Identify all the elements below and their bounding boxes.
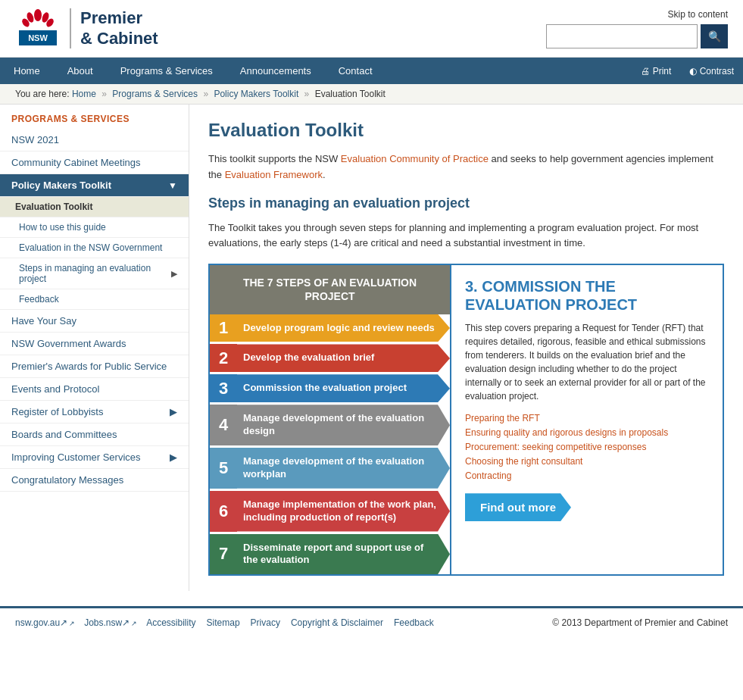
breadcrumb-toolkit[interactable]: Policy Makers Toolkit [214,89,298,99]
step-label-6: Manage implementation of the work plan, … [237,491,450,532]
nav-announcements[interactable]: Announcements [226,58,325,84]
sidebar-item-community-cabinet[interactable]: Community Cabinet Meetings [0,152,189,174]
contracting-link[interactable]: Contracting [465,470,511,481]
nav-contact[interactable]: Contact [325,58,386,84]
list-item: Choosing the right consultant [465,455,709,467]
step-row-1[interactable]: 1 Develop program logic and review needs [210,314,450,345]
footer-link-feedback[interactable]: Feedback [394,617,435,628]
breadcrumb: You are here: Home » Programs & Services… [0,84,743,105]
footer-link-copyright[interactable]: Copyright & Disclaimer [291,617,385,628]
nav-programs-services[interactable]: Programs & Services [107,58,226,84]
sidebar-item-customer-services[interactable]: Improving Customer Services ▶ [0,446,189,469]
main-nav: Home About Programs & Services Announcem… [0,58,743,84]
list-item: Contracting [465,470,709,481]
sidebar-item-feedback[interactable]: Feedback [0,289,189,310]
breadcrumb-home[interactable]: Home [72,89,96,99]
step-number-6: 6 [210,491,237,532]
sidebar-item-premiers-awards[interactable]: Premier's Awards for Public Service [0,355,189,378]
panel-title: 3. COMMISSION THE EVALUATION PROJECT [465,277,709,314]
panel-description: This step covers preparing a Request for… [465,321,709,403]
sidebar-item-evaluation-nsw[interactable]: Evaluation in the NSW Government [0,238,189,258]
step-number-3: 3 [210,374,237,402]
chevron-right-icon-customer: ▶ [170,452,177,463]
step-number-1: 1 [210,314,237,342]
sidebar-item-nsw2021[interactable]: NSW 2021 [0,129,189,152]
nav-home[interactable]: Home [0,58,54,84]
evaluation-framework-link[interactable]: Evaluation Framework [225,169,323,180]
steps-diagram-header: THE 7 STEPS OF AN EVALUATION PROJECT [210,265,450,314]
nsw-logo: NSW GOVERNMENT [15,8,61,49]
step-label-4: Manage development of the evaluation des… [237,405,450,445]
step-label-2: Develop the evaluation brief [237,344,450,372]
sidebar-item-lobbyists[interactable]: Register of Lobbyists ▶ [0,401,189,423]
step-number-2: 2 [210,344,237,372]
page-title: Evaluation Toolkit [208,120,724,141]
contrast-button[interactable]: ◐ Contrast [680,58,743,84]
chevron-down-icon: ▼ [168,180,177,191]
intro-text: This toolkit supports the NSW Evaluation… [208,152,724,183]
sidebar-item-events[interactable]: Events and Protocol [0,378,189,401]
main-layout: PROGRAMS & SERVICES NSW 2021 Community C… [0,105,743,591]
search-input[interactable] [546,24,698,48]
evaluation-community-link[interactable]: Evaluation Community of Practice [341,153,489,164]
sidebar-item-boards[interactable]: Boards and Committees [0,423,189,446]
step-label-1: Develop program logic and review needs [237,314,450,342]
rft-link[interactable]: Preparing the RFT [465,413,540,423]
site-header: NSW GOVERNMENT Premier& Cabinet Skip to … [0,0,743,58]
sidebar-item-nsw-awards[interactable]: NSW Government Awards [0,333,189,355]
chevron-right-icon: ▶ [171,269,177,279]
footer-link-accessibility[interactable]: Accessibility [146,617,197,628]
sidebar-item-steps[interactable]: Steps in managing an evaluation project … [0,258,189,289]
search-area: 🔍 [546,24,728,48]
list-item: Ensuring quality and rigorous designs in… [465,427,709,438]
find-out-more-button[interactable]: Find out more [465,493,571,521]
step-label-7: Disseminate report and support use of th… [237,534,450,575]
panel-links: Preparing the RFT Ensuring quality and r… [465,412,709,481]
sidebar-item-congratulatory[interactable]: Congratulatory Messages [0,469,189,492]
find-out-more-container: Find out more [465,493,709,521]
procurement-link[interactable]: Procurement: seeking competitive respons… [465,442,646,452]
list-item: Procurement: seeking competitive respons… [465,441,709,452]
steps-section-title: Steps in managing an evaluation project [208,195,724,211]
nav-utilities: 🖨 Print ◐ Contrast [632,58,743,84]
site-footer: nsw.gov.au↗ Jobs.nsw↗ Accessibility Site… [0,606,743,637]
chevron-right-icon-lobbyists: ▶ [170,406,177,417]
svg-point-0 [34,9,42,21]
print-button[interactable]: 🖨 Print [632,58,680,84]
list-item: Preparing the RFT [465,412,709,423]
sidebar-section-title: PROGRAMS & SERVICES [0,105,189,129]
footer-copyright: © 2013 Department of Premier and Cabinet [552,617,728,628]
skip-to-content-link[interactable]: Skip to content [668,9,728,20]
sidebar-item-have-your-say[interactable]: Have Your Say [0,310,189,333]
sidebar-item-steps-label: Steps in managing an evaluation project [19,263,171,284]
sidebar-item-label: Policy Makers Toolkit [11,180,111,191]
step-row-4[interactable]: 4 Manage development of the evaluation d… [210,405,450,448]
step-row-3[interactable]: 3 Commission the evaluation project [210,374,450,405]
footer-link-nsw[interactable]: nsw.gov.au↗ [15,617,75,628]
step-row-2[interactable]: 2 Develop the evaluation brief [210,344,450,374]
breadcrumb-sep-2: » [203,89,208,99]
site-name: Premier& Cabinet [70,8,158,48]
breadcrumb-sep-1: » [101,89,107,99]
breadcrumb-programs[interactable]: Programs & Services [112,89,198,99]
sidebar-item-how-to-use[interactable]: How to use this guide [0,217,189,238]
sidebar-item-evaluation-toolkit[interactable]: Evaluation Toolkit [0,197,189,217]
footer-link-privacy[interactable]: Privacy [251,617,282,628]
step-label-5: Manage development of the evaluation wor… [237,448,450,489]
step-number-7: 7 [210,534,237,575]
footer-link-jobs[interactable]: Jobs.nsw↗ [84,617,137,628]
step-row-6[interactable]: 6 Manage implementation of the work plan… [210,491,450,534]
breadcrumb-prefix: You are here: [15,89,72,99]
sidebar-item-policy-makers[interactable]: Policy Makers Toolkit ▼ [0,174,189,197]
svg-text:NSW: NSW [28,33,48,42]
consultant-link[interactable]: Choosing the right consultant [465,456,582,467]
quality-link[interactable]: Ensuring quality and rigorous designs in… [465,427,668,438]
breadcrumb-sep-3: » [304,89,310,99]
step-row-5[interactable]: 5 Manage development of the evaluation w… [210,448,450,491]
nav-about[interactable]: About [54,58,107,84]
footer-link-sitemap[interactable]: Sitemap [207,617,242,628]
svg-text:GOVERNMENT: GOVERNMENT [21,45,54,49]
step-label-3: Commission the evaluation project [237,374,450,402]
search-button[interactable]: 🔍 [701,24,728,48]
step-row-7[interactable]: 7 Disseminate report and support use of … [210,534,450,575]
